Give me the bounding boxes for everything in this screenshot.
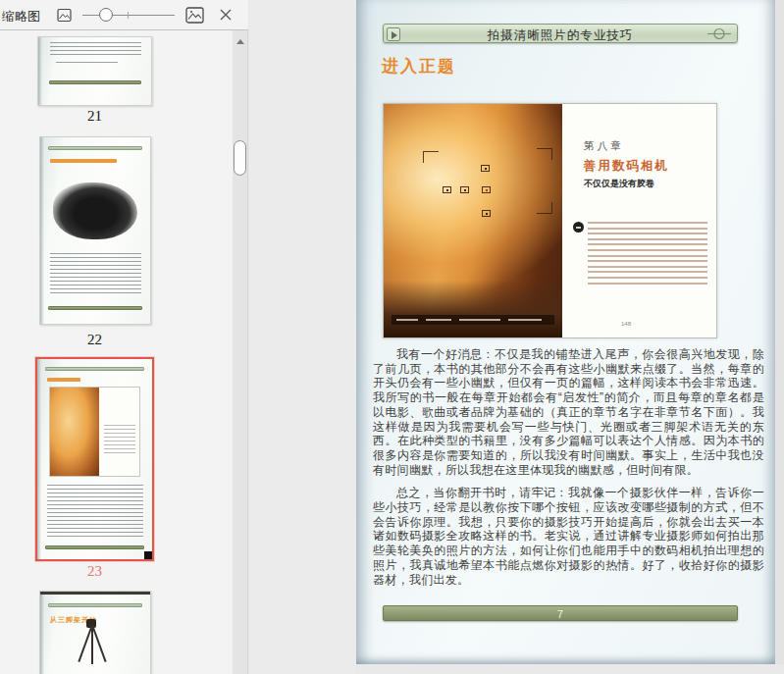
thumbnail-zoom-slider[interactable] <box>82 0 175 30</box>
focus-point <box>482 210 491 217</box>
thumbnail-label-21: 21 <box>37 108 152 125</box>
photo-caption-bar <box>392 315 554 325</box>
page-header-title: 拍摄清晰照片的专业技巧 <box>384 27 737 44</box>
thumbnail-page-22[interactable] <box>39 136 151 325</box>
chapter-page-number: 148 <box>621 321 631 327</box>
slider-track[interactable] <box>82 15 175 16</box>
paragraph: 总之，当你翻开书时，请牢记：我就像一个摄影伙伴一样，告诉你一些小技巧，经常是以教… <box>373 486 764 587</box>
page-number: 7 <box>384 608 737 620</box>
page-footer-bar: 7 <box>383 605 738 621</box>
book-spread-figure: 第八章 善用数码相机 不仅仅是没有胶卷 148 <box>383 103 717 338</box>
chapter-label: 第八章 <box>584 139 624 153</box>
mini-footer-bar <box>49 80 141 84</box>
scan-top-edge <box>40 592 150 595</box>
section-heading: 进入正题 <box>382 55 456 78</box>
page-edge-shadow <box>37 359 41 559</box>
camera-photo <box>53 182 136 240</box>
thumbnail-page-23-selected[interactable] <box>35 357 154 561</box>
mini-header-bar <box>48 146 142 150</box>
paragraph: 我有一个好消息：不仅是我的铺垫进入尾声，你会很高兴地发现，除了前几页，本书的其他… <box>373 347 764 477</box>
page-edge-shadow <box>40 592 44 674</box>
text-lines-placeholder <box>47 485 143 540</box>
chapter-subtitle: 不仅仅是没有胶卷 <box>584 178 654 190</box>
mini-figure <box>49 387 140 477</box>
close-panel-icon[interactable] <box>219 8 233 22</box>
chapter-title: 善用数码相机 <box>584 158 669 175</box>
focus-point-active <box>482 186 491 193</box>
thumbnail-scrollbar[interactable] <box>233 30 247 674</box>
chapter-title-page: 第八章 善用数码相机 不仅仅是没有胶卷 148 <box>562 104 716 337</box>
thumbnail-panel: 缩略图 <box>0 0 248 674</box>
zoom-slider-handle[interactable] <box>99 8 113 22</box>
text-lines-placeholder <box>50 253 141 296</box>
thumbnail-page-24[interactable]: 从三脚架开始 <box>39 591 151 674</box>
caption-segment <box>396 319 418 322</box>
caption-segment <box>426 319 451 322</box>
focus-point <box>481 165 490 172</box>
thumbnail-page-art <box>37 359 152 559</box>
large-thumbnail-icon[interactable] <box>185 6 204 25</box>
text-lines-placeholder <box>50 42 141 58</box>
document-page[interactable]: 拍摄清晰照片的专业技巧 进入正题 <box>356 0 775 664</box>
thumbnail-label-22: 22 <box>37 332 152 348</box>
mini-footer-bar <box>48 306 142 310</box>
thumbnail-page-art <box>40 137 150 324</box>
caption-segment <box>508 319 542 322</box>
chapter-intro-text-placeholder <box>588 222 707 285</box>
scrollbar-thumb[interactable] <box>234 140 246 176</box>
tripod-leg <box>91 624 107 661</box>
viewer-background <box>249 0 356 674</box>
pdf-viewer: 缩略图 <box>0 0 784 674</box>
viewer-background-right <box>775 0 784 674</box>
thumbnail-page-21[interactable] <box>37 36 152 106</box>
thumbnail-page-art <box>38 37 151 105</box>
viewfinder-bracket <box>537 202 552 214</box>
caption-segment <box>459 319 500 322</box>
mini-orange-heading <box>47 378 80 382</box>
thumbnail-toolbar: 缩略图 <box>0 0 248 30</box>
mini-canyon-photo <box>50 388 99 476</box>
mini-orange-heading <box>50 159 117 163</box>
scroll-up-arrow[interactable] <box>233 36 247 48</box>
slider-midpoint-tick <box>128 12 129 19</box>
compass-icon <box>707 27 731 40</box>
mini-chapter-page <box>99 388 139 476</box>
body-text: 我有一个好消息：不仅是我的铺垫进入尾声，你会很高兴地发现，除了前几页，本书的其他… <box>373 347 764 596</box>
viewfinder-bracket <box>423 151 439 163</box>
camera-badge-icon <box>573 222 584 233</box>
focus-point <box>443 186 451 193</box>
mini-header-bar <box>45 367 144 371</box>
current-view-indicator <box>144 551 152 559</box>
thumbnail-label-23: 23 <box>37 563 152 580</box>
page-header-bar: 拍摄清晰照片的专业技巧 <box>383 24 738 43</box>
text-lines-placeholder <box>56 62 118 66</box>
text-lines-placeholder <box>104 425 135 454</box>
page-edge-shadow <box>40 137 44 324</box>
small-thumbnail-icon[interactable] <box>57 8 72 23</box>
panel-title: 缩略图 <box>2 8 40 26</box>
canyon-photo <box>384 104 562 337</box>
viewfinder-bracket <box>537 148 552 160</box>
focus-point <box>460 186 469 193</box>
viewer-background-bottom <box>356 664 784 674</box>
thumbnail-page-art: 从三脚架开始 <box>40 592 150 674</box>
mini-header-bar <box>48 603 142 607</box>
page-edge-shadow <box>38 37 42 105</box>
mini-footer-bar <box>45 545 144 549</box>
